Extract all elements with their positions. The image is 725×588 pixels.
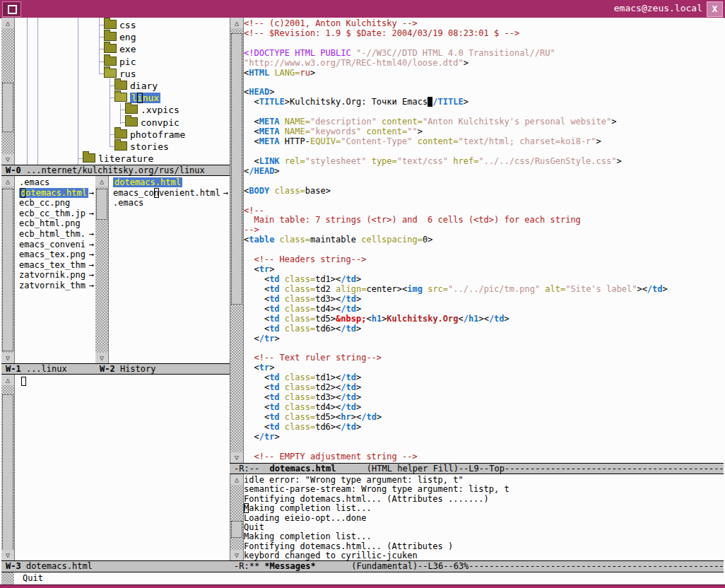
modeline-dashes: ----------------------------------------… xyxy=(505,464,724,474)
tree-guide-line xyxy=(120,103,121,124)
messages-text[interactable]: idle error: "Wrong type argument: listp,… xyxy=(244,476,724,560)
emacs-frame: emacs@zeus.local X △ ▽ cssengexepicrusdi… xyxy=(0,0,725,588)
tree-guide-line xyxy=(78,18,78,165)
ecb-history-window[interactable]: △ ▽ dotemacs.htmlemacs_convenient.html→.… xyxy=(95,176,230,363)
window-titlebar[interactable]: emacs@zeus.local X xyxy=(0,0,725,18)
source-item[interactable]: dotemacs.html→ xyxy=(14,188,95,199)
editor-scrollbar[interactable]: △ ▽ xyxy=(230,18,244,463)
code-line: <BODY class=base> xyxy=(244,187,724,196)
messages-scrollbar[interactable]: △ ▽ xyxy=(230,474,244,560)
code-line: <td class=td2 align=center><img src="../… xyxy=(244,285,724,295)
source-item[interactable]: ecb_cc_thm.jp→ xyxy=(14,208,95,219)
source-item[interactable]: .emacs xyxy=(14,177,95,188)
code-line: <td class=td1></td> xyxy=(244,373,724,383)
history-scrollbar[interactable]: △ ▽ xyxy=(95,176,109,363)
window-menu-button[interactable] xyxy=(2,1,21,17)
tree-item-diary[interactable]: diary xyxy=(114,81,158,92)
scrollbar-thumb[interactable] xyxy=(96,189,107,220)
code-line xyxy=(244,147,724,157)
scrollbar-thumb[interactable] xyxy=(2,83,13,132)
message-line: keybord changed to cyrillic-jcuken xyxy=(244,551,724,560)
folder-icon xyxy=(114,129,127,139)
editor-window[interactable]: △ ▽ <!-- (c)2001, Anton Kulchitsky --><!… xyxy=(230,18,724,463)
methods-scrollbar[interactable]: △ ▽ xyxy=(1,375,15,560)
tree-guide-line xyxy=(110,134,114,135)
tree-item-literature[interactable]: literature xyxy=(83,153,153,165)
folder-icon xyxy=(114,93,127,102)
code-line: </tr> xyxy=(244,334,724,344)
scroll-down-icon[interactable]: ▽ xyxy=(1,550,14,560)
tree-guide-line xyxy=(110,98,114,98)
tree-item-photoframe[interactable]: photoframe xyxy=(114,129,185,141)
ecb-sources-window[interactable]: △ ▽ .emacsdotemacs.html→ecb_cc.pngecb_cc… xyxy=(1,176,95,363)
scroll-down-icon[interactable]: ▽ xyxy=(1,353,14,363)
tree-guide-line xyxy=(99,25,104,25)
code-line: <META HTTP-EQUIV="Content-Type" content=… xyxy=(244,137,724,147)
message-line: semantic-parse-stream: Wrong type argume… xyxy=(244,485,724,494)
source-item[interactable]: ecb_html_thm.→ xyxy=(14,229,95,240)
code-line: <tr> xyxy=(244,363,724,373)
scroll-up-icon[interactable]: △ xyxy=(1,375,14,385)
tree-item-.xvpics[interactable]: .xvpics xyxy=(125,105,179,116)
echo-message: Quit xyxy=(23,572,43,584)
tree-item-stories[interactable]: stories xyxy=(114,141,169,153)
modeline-messages: -R:** *Messages* (Fundamental)--L36--63%… xyxy=(230,560,724,572)
scrollbar-thumb[interactable] xyxy=(2,394,13,551)
editor-text[interactable]: <!-- (c)2001, Anton Kulchitsky --><!-- $… xyxy=(244,19,724,463)
code-line: <!DOCTYPE HTML PUBLIC "-//W3C//DTD HTML … xyxy=(244,49,724,59)
tree-item-linux[interactable]: linux xyxy=(114,93,160,104)
source-item[interactable]: zatvornik_thm→ xyxy=(14,281,95,291)
folder-icon xyxy=(104,32,117,41)
modeline-sources: W-1 ...linux xyxy=(1,363,95,375)
source-item[interactable]: emacs_conveni→ xyxy=(14,240,95,250)
scroll-down-icon[interactable]: ▽ xyxy=(1,154,14,165)
folder-icon xyxy=(104,44,117,53)
messages-window[interactable]: △ ▽ idle error: "Wrong type argument: li… xyxy=(230,474,724,560)
ecb-directories-window[interactable]: △ ▽ cssengexepicrusdiarylinux.xvpicsconv… xyxy=(1,18,230,165)
truncation-arrow-icon: → xyxy=(89,240,94,250)
folder-icon xyxy=(83,153,95,163)
message-line: Fontifying dotemacs.html... (Attributes … xyxy=(244,542,724,551)
tree-guide-line xyxy=(99,74,104,74)
minibuffer[interactable]: Quit xyxy=(1,572,724,584)
tree-guide-line xyxy=(110,86,114,86)
scroll-up-icon[interactable]: △ xyxy=(1,176,14,187)
scroll-down-icon[interactable]: ▽ xyxy=(230,550,243,560)
scrollbar-thumb[interactable] xyxy=(231,521,242,538)
close-icon[interactable]: X xyxy=(707,1,723,17)
code-line xyxy=(244,442,724,452)
scroll-up-icon[interactable]: △ xyxy=(230,18,243,28)
scroll-down-icon[interactable]: ▽ xyxy=(230,452,243,463)
history-item[interactable]: dotemacs.html xyxy=(108,177,230,188)
source-item[interactable]: ecb_html.png xyxy=(14,218,95,229)
tree-scrollbar[interactable]: △ ▽ xyxy=(1,18,15,165)
source-item[interactable]: emacs_tex.png→ xyxy=(14,249,95,260)
tree-guide-line xyxy=(99,37,104,37)
scrollbar-thumb[interactable] xyxy=(231,33,242,305)
tree-guide-line xyxy=(110,146,114,147)
tree-item-convpic[interactable]: convpic xyxy=(125,117,179,129)
scroll-up-icon[interactable]: △ xyxy=(230,474,243,485)
tree-guide-line xyxy=(27,18,28,165)
modeline-tag: W-0 xyxy=(6,165,21,175)
code-line: </HEAD> xyxy=(244,167,724,177)
source-item[interactable]: zatvornik.png→ xyxy=(14,270,95,281)
truncation-arrow-icon: → xyxy=(223,188,228,199)
history-item[interactable]: emacs_convenient.html→ xyxy=(108,188,230,199)
scroll-up-icon[interactable]: △ xyxy=(1,18,14,28)
code-line: <td class=td4></td> xyxy=(244,305,724,314)
sources-scrollbar[interactable]: △ ▽ xyxy=(1,176,15,363)
source-item[interactable]: ecb_cc.png xyxy=(14,198,95,208)
tree-guide-line xyxy=(120,122,125,123)
modeline-tag: W-1 xyxy=(6,364,21,374)
folder-icon xyxy=(125,117,138,127)
scroll-down-icon[interactable]: ▽ xyxy=(95,353,108,363)
source-item[interactable]: emacs_tex_thm→ xyxy=(14,260,95,271)
modeline-info: (HTML helper Fill)--L9--Top xyxy=(336,464,505,474)
code-line: <td class=td6></td> xyxy=(244,324,724,334)
history-item[interactable]: .emacs xyxy=(108,198,230,208)
scroll-up-icon[interactable]: △ xyxy=(95,176,108,187)
message-line: Fontifying dotemacs.html... (Attributes … xyxy=(244,495,724,504)
scrollbar-thumb[interactable] xyxy=(2,189,13,351)
ecb-methods-window[interactable]: △ ▽ xyxy=(1,375,230,560)
